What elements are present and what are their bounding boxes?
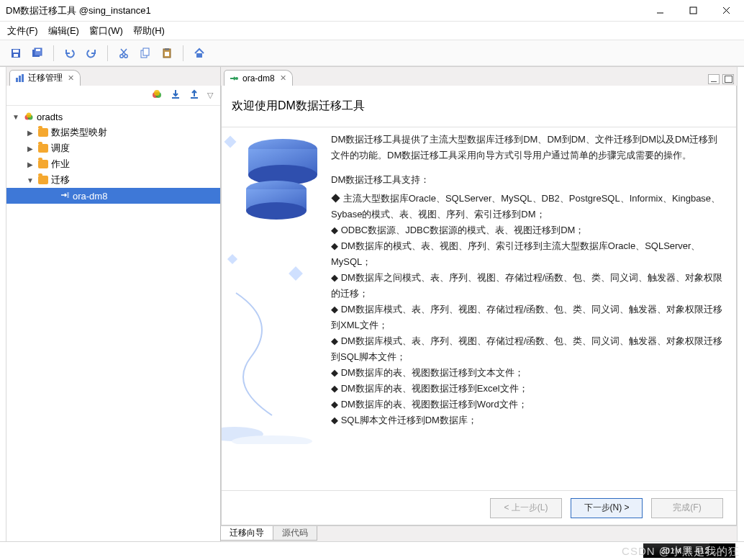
bullet-item: ◆ 主流大型数据库Oracle、SQLServer、MySQL、DB2、Post… bbox=[331, 191, 725, 222]
svg-rect-24 bbox=[67, 192, 69, 198]
menu-edit[interactable]: 编辑(E) bbox=[48, 24, 79, 37]
bullet-item: ◆ DM数据库模式、表、序列、视图、存储过程/函数、包、类、同义词、触发器、对象… bbox=[331, 302, 725, 333]
migration-item-icon bbox=[229, 73, 239, 83]
import-icon[interactable] bbox=[170, 89, 181, 102]
next-button[interactable]: 下一步(N) > bbox=[571, 498, 643, 518]
venn-icon bbox=[24, 112, 34, 122]
svg-rect-12 bbox=[165, 48, 169, 50]
twisty-icon[interactable] bbox=[25, 129, 35, 137]
svg-rect-32 bbox=[224, 136, 237, 148]
tree-item-selected[interactable]: ora-dm8 bbox=[6, 188, 220, 204]
intro-paragraph: DM数据迁移工具提供了主流大型数据库迁移到DM、DM到DM、文件迁移到DM以及D… bbox=[331, 132, 725, 163]
bullet-item: ◆ DM数据库之间模式、表、序列、视图、存储过程/函数、包、类、同义词、触发器、… bbox=[331, 270, 725, 302]
tree-item-label[interactable]: 迁移 bbox=[51, 173, 70, 186]
save-button[interactable] bbox=[7, 45, 24, 62]
tree-item-label: ora-dm8 bbox=[73, 191, 107, 202]
close-icon[interactable]: ✕ bbox=[68, 73, 74, 83]
window-title: DM数据迁移工具 @sing_instance1 bbox=[6, 4, 643, 17]
svg-point-23 bbox=[27, 113, 32, 118]
svg-rect-3 bbox=[14, 54, 18, 57]
left-gutter bbox=[0, 67, 6, 541]
svg-point-7 bbox=[120, 54, 123, 57]
illustration bbox=[222, 127, 330, 490]
welcome-heading: 欢迎使用DM数据迁移工具 bbox=[222, 86, 736, 127]
migration-manager-icon bbox=[14, 73, 24, 83]
bullet-item: ◆ DM数据库的表、视图数据迁移到Excel文件； bbox=[331, 381, 725, 397]
folder-icon bbox=[38, 160, 48, 168]
menubar: 文件(F) 编辑(E) 窗口(W) 帮助(H) bbox=[0, 22, 744, 40]
editor-tab-label: ora-dm8 bbox=[242, 73, 275, 83]
memory-usage[interactable]: 301M 共 412… bbox=[643, 543, 735, 558]
twisty-icon[interactable] bbox=[11, 113, 21, 121]
twisty-icon[interactable] bbox=[25, 176, 35, 184]
tab-wizard[interactable]: 迁移向导 bbox=[220, 526, 273, 541]
migration-manager-tab[interactable]: 迁移管理 ✕ bbox=[9, 70, 81, 86]
paste-button[interactable] bbox=[158, 45, 176, 62]
memory-label: 301M 共 412… bbox=[661, 546, 717, 556]
svg-rect-6 bbox=[36, 49, 40, 51]
migration-manager-tab-label: 迁移管理 bbox=[28, 72, 63, 84]
titlebar: DM数据迁移工具 @sing_instance1 bbox=[0, 0, 744, 22]
folder-icon bbox=[38, 128, 48, 137]
svg-point-31 bbox=[246, 202, 307, 220]
twisty-icon[interactable] bbox=[25, 161, 35, 168]
view-maximize-button[interactable] bbox=[722, 74, 734, 84]
svg-rect-14 bbox=[196, 53, 202, 58]
svg-rect-0 bbox=[690, 7, 697, 14]
redo-button[interactable] bbox=[83, 45, 100, 62]
svg-rect-17 bbox=[22, 74, 24, 82]
folder-icon bbox=[38, 176, 48, 184]
home-button[interactable] bbox=[191, 45, 208, 62]
migration-tree[interactable]: oradts 数据类型映射 调度 作业 迁移 bbox=[6, 106, 220, 541]
finish-button[interactable]: 完成(F) bbox=[651, 498, 723, 518]
window-maximize-button[interactable] bbox=[676, 0, 709, 22]
bullet-item: ◆ SQL脚本文件迁移到DM数据库； bbox=[331, 412, 725, 428]
svg-point-25 bbox=[235, 77, 238, 80]
bullet-item: ◆ DM数据库的模式、表、视图、序列、索引迁移到主流大型数据库Oracle、SQ… bbox=[331, 238, 725, 270]
svg-rect-16 bbox=[19, 76, 21, 82]
bullet-item: ◆ DM数据库模式、表、序列、视图、存储过程/函数、包、类、同义词、触发器、对象… bbox=[331, 333, 725, 365]
svg-point-8 bbox=[124, 54, 127, 57]
editor-tab[interactable]: ora-dm8 ✕ bbox=[224, 70, 293, 86]
menu-file[interactable]: 文件(F) bbox=[7, 24, 38, 37]
welcome-text: DM数据迁移工具提供了主流大型数据库迁移到DM、DM到DM、文件迁移到DM以及D… bbox=[330, 127, 736, 490]
tree-item-label[interactable]: 调度 bbox=[51, 142, 70, 155]
statusbar: 301M 共 412… bbox=[0, 541, 744, 560]
folder-icon bbox=[38, 144, 48, 153]
svg-rect-34 bbox=[289, 266, 303, 281]
bullet-item: ◆ ODBC数据源、JDBC数据源的模式、表、视图迁移到DM； bbox=[331, 222, 725, 238]
undo-button[interactable] bbox=[61, 45, 78, 62]
view-minimize-button[interactable] bbox=[708, 74, 720, 84]
close-icon[interactable]: ✕ bbox=[280, 73, 286, 83]
svg-rect-13 bbox=[165, 52, 169, 56]
migration-item-icon bbox=[60, 190, 70, 202]
right-gutter bbox=[737, 67, 744, 541]
window-minimize-button[interactable] bbox=[643, 0, 676, 22]
window-close-button[interactable] bbox=[709, 0, 743, 22]
bullet-item: ◆ DM数据库的表、视图数据迁移到文本文件； bbox=[331, 365, 725, 381]
left-panel-toolbar: ▽ bbox=[6, 86, 220, 106]
editor-panel: ora-dm8 ✕ 欢迎使用DM数据迁移工具 bbox=[221, 67, 737, 541]
tree-item-label[interactable]: 数据类型映射 bbox=[51, 126, 107, 139]
save-all-button[interactable] bbox=[29, 45, 46, 62]
tab-source[interactable]: 源代码 bbox=[273, 526, 317, 541]
export-icon[interactable] bbox=[189, 89, 200, 102]
venn-icon[interactable] bbox=[151, 89, 163, 102]
bullet-item: ◆ DM数据库的表、视图数据迁移到Word文件； bbox=[331, 397, 725, 412]
prev-button[interactable]: < 上一步(L) bbox=[490, 498, 562, 518]
menu-window[interactable]: 窗口(W) bbox=[89, 24, 123, 37]
menu-help[interactable]: 帮助(H) bbox=[133, 24, 165, 37]
svg-rect-10 bbox=[143, 48, 149, 55]
copy-button[interactable] bbox=[137, 45, 154, 62]
twisty-icon[interactable] bbox=[25, 145, 35, 153]
svg-point-20 bbox=[154, 90, 160, 96]
cut-button[interactable] bbox=[115, 45, 132, 62]
tree-root-label: oradts bbox=[37, 112, 63, 122]
tree-item-label[interactable]: 作业 bbox=[51, 158, 70, 171]
view-menu-chevron-icon[interactable]: ▽ bbox=[207, 91, 213, 100]
migration-manager-panel: 迁移管理 ✕ ▽ oradts bbox=[6, 67, 221, 541]
svg-rect-33 bbox=[227, 254, 237, 264]
support-heading: DM数据迁移工具支持： bbox=[331, 172, 725, 188]
svg-rect-2 bbox=[13, 50, 19, 53]
editor-bottom-tabs: 迁移向导 源代码 bbox=[221, 525, 737, 541]
